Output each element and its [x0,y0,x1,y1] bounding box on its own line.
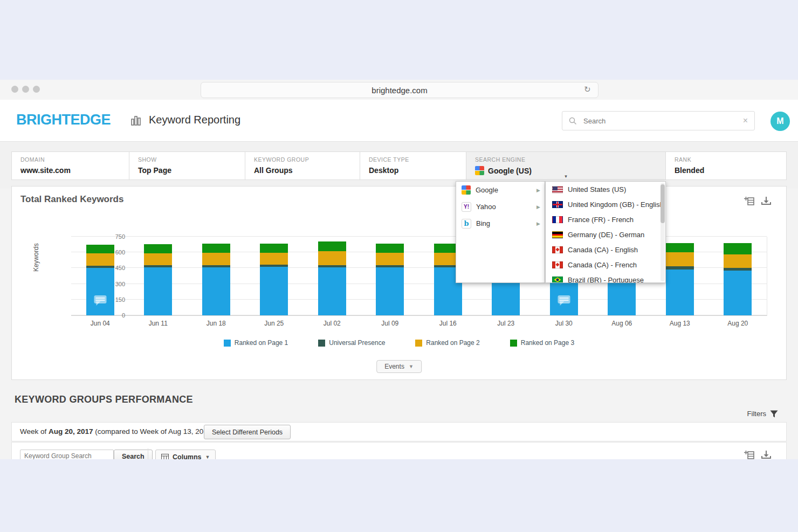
keyword-group-search-input[interactable] [20,450,114,459]
columns-button[interactable]: Columns ▼ [155,450,216,459]
filter-value-text: Blended [675,166,704,175]
x-tick-label: Aug 13 [651,320,709,327]
bar-segment[interactable] [260,253,288,264]
bar-segment[interactable] [202,244,230,253]
menu-item-yahoo[interactable]: Y!Yahoo▶ [456,198,545,215]
global-search[interactable]: × [562,111,755,130]
filter-show[interactable]: SHOWTop Page [129,151,245,180]
filter-label: SEARCH ENGINE [475,156,525,163]
stacked-bar-jul-09[interactable] [376,244,404,315]
bar-segment[interactable] [86,268,114,315]
period-text: Week of Aug 20, 2017 (compared to Week o… [20,427,214,436]
stacked-bar-jun-18[interactable] [202,244,230,315]
filter-keyword-group[interactable]: KEYWORD GROUPAll Groups [245,151,360,180]
filter-value: Google (US) [475,166,532,175]
stacked-bar-jun-25[interactable] [260,244,288,315]
download-icon[interactable] [761,196,771,206]
chart-card: Total Ranked Keywords [11,186,787,380]
x-tick-label: Jul 16 [419,320,477,327]
events-button[interactable]: Events ▼ [376,360,422,373]
yahoo-icon: Y! [462,202,471,212]
locale-item[interactable]: Germany (DE) - German [546,227,665,242]
filter-value-text: www.site.com [20,166,71,175]
search-engine-menu: Google▶Y!Yahoo▶bBing▶ [456,181,545,283]
filters-button[interactable]: Filters [747,410,778,418]
filter-value: Blended [675,166,704,175]
bar-segment[interactable] [202,253,230,265]
scrollbar[interactable] [661,183,665,281]
window-minimize-button[interactable] [22,86,29,93]
filter-bar: DOMAINwww.site.comSHOWTop PageKEYWORD GR… [0,141,798,189]
locale-item[interactable]: United States (US) [546,182,665,197]
bar-segment[interactable] [144,253,172,265]
locale-item[interactable]: Canada (CA) - English [546,242,665,257]
bar-segment[interactable] [144,244,172,254]
keyword-group-search-button[interactable]: Search [114,450,153,459]
select-periods-button[interactable]: Select Different Periods [204,425,291,439]
bar-segment[interactable] [666,252,694,266]
submenu-arrow-icon: ▶ [536,204,540,210]
filter-device-type[interactable]: DEVICE TYPEDesktop [360,151,466,180]
bar-segment[interactable] [144,267,172,315]
bar-segment[interactable] [666,266,694,270]
bar-segment[interactable] [376,244,404,253]
stacked-bar-jun-04[interactable] [86,245,114,315]
window-zoom-button[interactable] [33,86,40,93]
bar-segment[interactable] [318,251,346,265]
window-close-button[interactable] [11,86,18,93]
x-axis-labels: Jun 04Jun 11Jun 18Jun 25Jul 02Jul 09Jul … [71,320,767,327]
stacked-bar-jul-02[interactable] [318,241,346,315]
bar-segment[interactable] [260,267,288,315]
bar-segment[interactable] [318,267,346,315]
search-input[interactable] [582,116,743,126]
add-to-dashboard-icon[interactable] [744,450,755,459]
locale-item[interactable]: Brazil (BR) - Portuguese [546,272,665,283]
bar-segment[interactable] [86,245,114,254]
stacked-bar-jun-11[interactable] [144,244,172,315]
stacked-bar-aug-13[interactable] [666,243,694,315]
bar-segment[interactable] [318,241,346,251]
bar-segment[interactable] [376,267,404,315]
flag-ca-icon [552,246,563,253]
bar-segment[interactable] [666,243,694,253]
legend-swatch [224,340,231,347]
bar-segment[interactable] [724,243,752,254]
bar-segment[interactable] [724,271,752,315]
filter-value-text: Desktop [369,166,398,175]
bar-segment[interactable] [724,254,752,268]
bar-segment[interactable] [202,267,230,315]
url-text: brightedge.com [372,86,427,95]
x-tick-label: Jun 11 [129,320,188,327]
filter-search-engine[interactable]: SEARCH ENGINEGoogle (US)▾ [466,151,666,180]
bar-segment[interactable] [260,244,288,253]
filter-value-text: All Groups [254,166,293,175]
clear-search-icon[interactable]: × [743,116,748,126]
add-to-dashboard-icon[interactable] [744,196,755,206]
stacked-bar-aug-20[interactable] [724,243,752,315]
bar-slot [71,237,129,315]
browser-bar: brightedge.com ↻ [0,80,798,100]
locale-item[interactable]: Canada (CA) - French [546,257,665,272]
bar-segment[interactable] [376,253,404,265]
bar-segment[interactable] [666,270,694,315]
scrollbar-thumb[interactable] [661,184,665,223]
brightedge-logo[interactable]: BRIGHTEDGE [16,112,111,128]
download-icon[interactable] [761,450,771,459]
comment-icon[interactable] [94,295,106,303]
avatar[interactable]: M [771,112,790,131]
filter-domain[interactable]: DOMAINwww.site.com [11,151,129,180]
chevron-down-icon: ▾ [565,174,567,179]
legend-label: Ranked on Page 2 [426,339,479,347]
bar-slot [361,237,419,315]
period-panel: Week of Aug 20, 2017 (compared to Week o… [11,422,787,441]
filter-rank[interactable]: RANKBlended [666,151,787,180]
comment-icon[interactable] [558,295,570,303]
bar-segment[interactable] [86,253,114,265]
menu-item-google[interactable]: Google▶ [456,182,545,198]
locale-item[interactable]: France (FR) - French [546,212,665,227]
legend-item: Ranked on Page 3 [510,339,574,347]
locale-item[interactable]: United Kingdom (GB) - English [546,197,665,212]
reload-icon[interactable]: ↻ [584,85,593,94]
menu-item-bing[interactable]: bBing▶ [456,215,545,232]
address-bar[interactable]: brightedge.com ↻ [201,82,598,98]
